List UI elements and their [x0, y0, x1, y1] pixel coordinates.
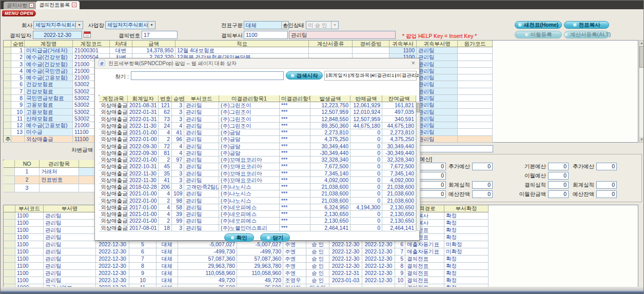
table-cell[interactable]: 12,061,929 [350, 102, 382, 109]
table-cell[interactable]: *** [280, 143, 310, 150]
table-cell[interactable]: 2 [159, 198, 172, 204]
table-cell[interactable]: 2,130,650 [310, 211, 350, 218]
table-cell[interactable]: 7,672,500 [310, 163, 350, 170]
table-cell[interactable]: (주)꼬매요코리아 [219, 163, 280, 170]
table-cell[interactable]: 관리팀 [44, 256, 96, 263]
table-cell[interactable]: 승 인 [306, 248, 329, 256]
row-selector[interactable] [4, 176, 15, 184]
budget-amount-field[interactable]: 0 [596, 181, 617, 189]
table-cell[interactable]: 2022-12-30 [96, 263, 129, 270]
table-cell[interactable]: 497,035 [382, 109, 416, 116]
row-selector[interactable]: 외상매출금 [99, 116, 128, 123]
popup-title-bar[interactable]: e 전표세부항목(SPNDCDPop) 팝업 -- 웹 페이지 대화 상자 × [95, 58, 419, 69]
table-cell[interactable]: 44,675,180 [350, 123, 382, 129]
row-selector[interactable] [4, 88, 11, 95]
table-cell[interactable]: 대체 [157, 270, 178, 277]
table-cell[interactable]: 5 [11, 74, 25, 81]
table-cell[interactable]: 49,720 [237, 277, 283, 284]
table-cell[interactable]: 관리팀 [417, 129, 458, 136]
table-cell[interactable]: 3 [172, 225, 184, 231]
table-cell[interactable] [353, 47, 389, 54]
table-cell[interactable]: 관리팀 [417, 47, 458, 54]
table-cell[interactable]: 미확정 [444, 241, 489, 248]
table-cell[interactable]: 21,038,600 [310, 190, 350, 198]
table-cell[interactable]: 확정 [444, 227, 489, 234]
table-cell[interactable]: 관리팀 [417, 95, 458, 102]
table-cell[interactable]: 2,464,141 [382, 225, 416, 231]
table-cell[interactable]: 30,349,440 [310, 143, 350, 150]
budget-amount-field[interactable]: 0 [596, 190, 617, 198]
table-cell[interactable]: 24 [159, 123, 172, 129]
table-cell[interactable]: (주)금담 [219, 129, 280, 136]
table-cell[interactable]: *** [280, 198, 310, 204]
table-cell[interactable]: 2,130,650 [382, 218, 416, 225]
budget-amount-field[interactable]: 0 [548, 181, 569, 189]
table-cell[interactable]: 0 [350, 190, 382, 198]
row-selector[interactable]: 외상매출금 [99, 170, 128, 177]
table-cell[interactable]: 2,273,810 [382, 129, 416, 136]
table-cell[interactable]: *** [280, 177, 310, 184]
row-selector[interactable] [4, 212, 15, 220]
table-cell[interactable]: 96 [172, 136, 184, 143]
table-cell[interactable]: 4 [11, 68, 25, 74]
table-cell[interactable]: 1100 [15, 270, 44, 277]
table-cell[interactable]: 2021-01-00 [128, 211, 159, 218]
table-cell[interactable]: 62 [159, 109, 172, 116]
table-cell[interactable]: 12,507,959 [310, 109, 350, 116]
table-cell[interactable]: 승 인 [306, 241, 329, 248]
chevron-down-icon[interactable]: ▼ [148, 22, 155, 29]
radio-option-label[interactable]: 회계일자 [328, 72, 347, 79]
table-cell[interactable]: 조영우 [283, 277, 306, 284]
table-cell[interactable]: 0 [350, 211, 382, 218]
table-cell[interactable]: 2 [11, 54, 25, 61]
table-cell[interactable]: (주)노블인더스트리 [219, 225, 280, 231]
table-cell[interactable]: 3 [172, 163, 184, 170]
table-cell[interactable]: 관리팀 [44, 270, 96, 277]
row-selector[interactable] [4, 248, 15, 256]
table-cell[interactable]: 4,194,300 [350, 204, 382, 211]
table-cell[interactable]: 대체 [157, 256, 178, 263]
table-cell[interactable]: 관리팀 [44, 212, 96, 220]
table-cell[interactable]: 4,092,000 [310, 177, 350, 184]
table-cell[interactable] [458, 54, 493, 61]
table-cell[interactable]: 2022-11-30 [128, 177, 159, 184]
site-select[interactable]: 제일저지주식회사▼ [105, 21, 155, 29]
table-cell[interactable] [458, 115, 493, 122]
table-cell[interactable]: 2022-01-00 [128, 136, 159, 143]
table-cell[interactable]: 2018-02-28 [128, 184, 159, 190]
table-cell[interactable]: 2021-01-00 [128, 129, 159, 136]
radio-icon[interactable] [348, 73, 349, 78]
table-cell[interactable]: 13 [11, 129, 25, 136]
table-cell[interactable]: 승 인 [306, 277, 329, 284]
table-cell[interactable]: 0 [350, 129, 382, 136]
table-cell[interactable]: 결의전표 [405, 263, 444, 270]
table-cell[interactable]: 2023-01-03 [329, 277, 362, 284]
table-cell[interactable]: 관리팀 [184, 109, 219, 116]
table-cell[interactable]: 관리팀 [184, 156, 219, 163]
table-cell[interactable]: 2022-12-30 [362, 263, 395, 270]
table-cell[interactable]: 2017-08-01 [128, 225, 159, 231]
table-cell[interactable]: 2,130,650 [382, 211, 416, 218]
table-cell[interactable]: 39 [172, 211, 184, 218]
table-cell[interactable]: 2022-12-30 [329, 263, 362, 270]
table-cell[interactable]: 73 [159, 116, 172, 123]
table-cell[interactable]: 확정 [444, 270, 489, 277]
tab-close-icon[interactable]: × [72, 3, 76, 7]
table-cell[interactable]: 미지급금(거래처) [25, 47, 73, 54]
table-cell[interactable]: 2022-12-30 [329, 241, 362, 248]
table-cell[interactable]: 승 인 [306, 270, 329, 277]
table-cell[interactable]: 72 [159, 143, 172, 150]
table-cell[interactable]: 관리팀 [184, 136, 219, 143]
table-cell[interactable]: 1100 [15, 263, 44, 270]
table-cell[interactable]: 관리팀 [417, 68, 458, 74]
table-cell[interactable]: 미확정 [444, 248, 489, 256]
row-selector[interactable]: 외상매출금 [99, 225, 128, 231]
table-cell[interactable]: 12,010,924 [350, 109, 382, 116]
table-cell[interactable]: *** [280, 123, 310, 129]
table-cell[interactable]: (주)꼬매요코리아 [219, 156, 280, 163]
table-cell[interactable]: 18 [159, 225, 172, 231]
table-cell[interactable]: 주엔 [283, 256, 306, 263]
table-cell[interactable]: 0 [350, 136, 382, 143]
table-cell[interactable]: 관리팀 [184, 116, 219, 123]
row-selector[interactable]: 외상매출금 [99, 177, 128, 184]
